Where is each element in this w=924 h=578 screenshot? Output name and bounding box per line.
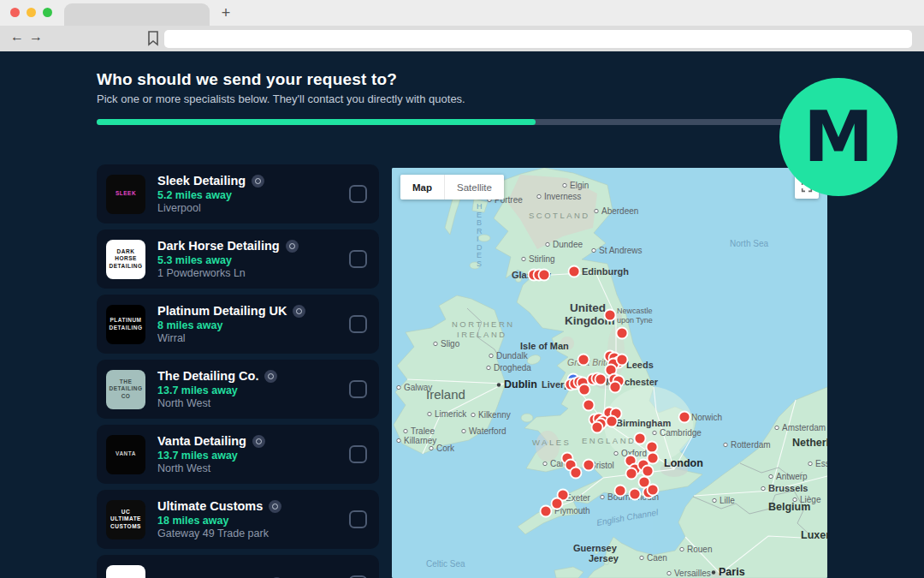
map-marker-red[interactable]: [592, 422, 603, 433]
map-place-dot: [397, 385, 400, 389]
map-label: Dundalk: [496, 351, 529, 361]
specialist-name: Dark Horse Detailing: [157, 239, 280, 253]
specialist-location: Gateway 49 Trade park: [157, 527, 342, 539]
map-label: Rouen: [687, 545, 712, 554]
progress-bar: [97, 119, 805, 125]
map-marker-red[interactable]: [541, 506, 552, 517]
info-icon[interactable]: [293, 305, 305, 318]
map-label: Exeter: [566, 493, 591, 503]
map-place-dot: [680, 547, 684, 551]
specialist-location: Liverpool: [157, 202, 342, 214]
map-place-dot: [497, 383, 500, 386]
map-marker-red[interactable]: [583, 400, 595, 411]
map-marker-red[interactable]: [552, 498, 563, 509]
map-label: Netherlands: [792, 437, 827, 449]
specialist-location: North West: [157, 462, 342, 474]
map-place-dot: [592, 248, 595, 252]
specialist-name: The Detailing Co.: [157, 369, 258, 383]
specialist-info: Vanta Detailing 13.7 miles away North We…: [157, 434, 342, 474]
new-tab-button[interactable]: +: [216, 3, 236, 23]
bookmark-icon[interactable]: [147, 31, 159, 50]
info-icon[interactable]: [286, 240, 299, 253]
map-place-dot: [775, 426, 779, 429]
map-marker-red[interactable]: [647, 442, 658, 453]
map-label: Brussels: [768, 483, 808, 493]
map-marker-red[interactable]: [571, 468, 582, 479]
forward-button[interactable]: →: [27, 29, 44, 45]
map-label: SCOTLAND: [529, 211, 590, 220]
map-place-dot: [546, 242, 549, 246]
progress-bar-fill: [97, 119, 536, 125]
specialist-checkbox[interactable]: [349, 380, 367, 398]
map-marker-red[interactable]: [679, 412, 690, 423]
map-marker-red[interactable]: [630, 489, 641, 500]
map-label: Amsterdam: [782, 423, 826, 432]
map-marker-red[interactable]: [583, 460, 595, 471]
map-marker-red[interactable]: [605, 310, 616, 321]
browser-tab[interactable]: [64, 3, 210, 26]
map-label: Drogheda: [494, 363, 531, 372]
map-marker-red[interactable]: [610, 382, 621, 393]
specialist-checkbox[interactable]: [349, 510, 367, 528]
specialist-location: Wirral: [157, 332, 342, 344]
back-button[interactable]: ←: [9, 29, 26, 45]
map-marker-red[interactable]: [569, 266, 580, 277]
specialist-checkbox[interactable]: [349, 315, 367, 333]
map-marker-red[interactable]: [617, 355, 628, 366]
map-marker-red[interactable]: [595, 374, 607, 385]
map-type-satellite-button[interactable]: Satellite: [445, 175, 504, 200]
specialist-checkbox[interactable]: [349, 185, 367, 203]
map-marker-red[interactable]: [615, 486, 626, 497]
map-place-dot: [543, 462, 547, 465]
map-marker-red[interactable]: [539, 270, 550, 281]
brand-logo-letter: M: [803, 102, 874, 172]
address-bar[interactable]: [164, 30, 912, 48]
specialist-card[interactable]: KWJ PERFORMANCE KWJ Performance: [97, 555, 379, 578]
map-place-dot: [462, 429, 465, 432]
map-place-dot: [429, 446, 433, 450]
info-icon[interactable]: [252, 175, 264, 188]
specialist-card[interactable]: SLEEK Sleek Detailing 5.2 miles away Liv…: [97, 164, 379, 223]
specialist-checkbox[interactable]: [349, 250, 367, 268]
map-marker-red[interactable]: [578, 355, 589, 366]
map-label: Celtic Sea: [426, 559, 465, 569]
map-marker-red[interactable]: [635, 433, 646, 444]
minimize-window-button[interactable]: [27, 8, 36, 17]
map-marker-red[interactable]: [617, 328, 628, 339]
specialist-card[interactable]: DARK HORSE DETAILING Dark Horse Detailin…: [97, 229, 379, 289]
map-place-dot: [489, 354, 493, 357]
specialist-checkbox[interactable]: [349, 445, 367, 463]
map-marker-red[interactable]: [648, 453, 659, 464]
map-label: Caen: [647, 553, 667, 563]
map-place-dot: [761, 486, 765, 490]
info-icon[interactable]: [269, 500, 281, 513]
map-type-control: Map Satellite: [400, 175, 504, 200]
specialist-name: Vanta Detailing: [157, 434, 246, 448]
specialist-info: The Detailing Co. 13.7 miles away North …: [157, 369, 342, 409]
specialist-name: Ultimate Customs: [157, 499, 263, 513]
specialist-list: SLEEK Sleek Detailing 5.2 miles away Liv…: [97, 164, 379, 578]
map[interactable]: ElginInvernessPortreeAberdeenSCOTLANDHEB…: [392, 168, 827, 578]
close-window-button[interactable]: [10, 8, 20, 17]
map-marker-red[interactable]: [579, 384, 590, 396]
map-label: Luxembourg: [801, 529, 827, 541]
specialist-location: North West: [157, 397, 342, 409]
specialist-card[interactable]: THE DETAILING CO The Detailing Co. 13.7 …: [97, 360, 379, 419]
map-marker-red[interactable]: [643, 466, 654, 477]
map-place-dot: [434, 342, 437, 345]
map-marker-red[interactable]: [607, 416, 618, 427]
map-marker-red[interactable]: [626, 468, 637, 480]
map-place-dot: [471, 413, 475, 416]
specialist-location: 1 Powderworks Ln: [157, 267, 342, 279]
specialist-card[interactable]: VANTA Vanta Detailing 13.7 miles away No…: [97, 425, 379, 484]
specialist-name: Sleek Detailing: [157, 174, 246, 188]
map-type-map-button[interactable]: Map: [400, 175, 445, 200]
specialist-card[interactable]: PLATINUM DETAILING Platinum Detailing UK…: [97, 295, 379, 354]
zoom-window-button[interactable]: [43, 8, 52, 17]
info-icon[interactable]: [252, 435, 265, 448]
map-marker-red[interactable]: [648, 485, 659, 496]
specialist-card[interactable]: UC ULTIMATE CUSTOMS Ultimate Customs 18 …: [97, 490, 379, 549]
map-label: Cambridge: [660, 428, 702, 438]
info-icon[interactable]: [264, 370, 277, 383]
map-label: Paris: [719, 566, 745, 578]
